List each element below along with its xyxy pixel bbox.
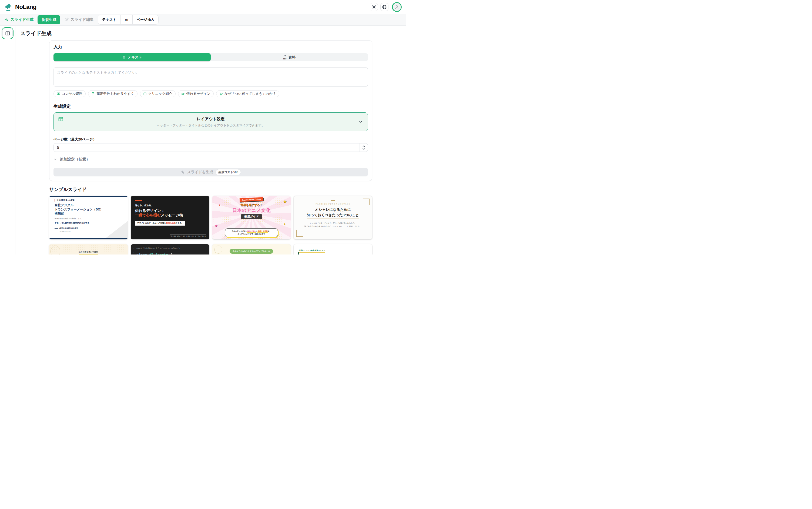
nav-slide-edit[interactable]: スライド編集	[64, 17, 94, 22]
desc-highlight-pink: 独特の魅力	[247, 230, 256, 233]
slide-title: 全社デジタル トランスフォーメーション（DX） 構想案	[55, 203, 124, 216]
desc-text: 日本のアニメが持つ	[232, 230, 247, 232]
suggestion-chips: コンサル資料 確定申告をわかりやすく	[54, 90, 368, 97]
pdf-file-icon: PDF	[283, 55, 287, 60]
sample-slide-fashion[interactable]: FASHION FUNDAMENTALS オシャレになるために 知っておくべきた…	[294, 196, 372, 239]
segment-text[interactable]: テキスト	[98, 15, 120, 24]
segment-page-insert[interactable]: ページ挿入	[132, 15, 158, 24]
sidebar-toggle-button[interactable]	[2, 28, 13, 38]
page-title: スライド生成	[20, 30, 406, 37]
slide-date: 2026年3月30日	[60, 231, 124, 233]
footer-rule	[55, 228, 58, 229]
sample-slide-dx[interactable]: 次世代製造業への変革 全社デジタル トランスフォーメーション（DX） 構想案 デ…	[49, 196, 128, 239]
code-brace: {	[170, 253, 172, 254]
text-lines-icon	[122, 56, 126, 59]
chip-impulse-buying[interactable]: なぜ「つい買ってしまう」のか？	[216, 90, 279, 97]
generation-card: 入力 テキスト	[49, 40, 372, 181]
globe-icon	[382, 5, 387, 9]
desc-text: ポップにわかりやすく紐解きます！	[238, 233, 266, 235]
sample-slide-creative[interactable]: みんなでまもろう！クリエイティブのルール まほうの筆（ふで）と	[212, 244, 291, 254]
top-header: NoLang	[0, 0, 406, 14]
generate-slides-button[interactable]: スライドを生成 生成コスト500	[54, 168, 368, 176]
layout-settings-panel[interactable]: レイアウト設定 ヘッダー・フッター・タイトルなどのレイアウトをカスタマイズできま…	[54, 112, 368, 131]
chip-consulting[interactable]: コンサル資料	[54, 90, 85, 97]
megaphone-icon	[181, 92, 185, 96]
slide-lead-strong: グローバル競争力を抜本的に強化する	[55, 222, 90, 225]
tab-material-input[interactable]: PDF 資料	[211, 53, 368, 61]
chip-clinic[interactable]: クリニック紹介	[140, 90, 176, 97]
brand-name: NoLang	[15, 3, 36, 10]
desc-highlight-orange: 多様な世界観	[257, 230, 268, 233]
toolbar: スライド生成 新規生成 スライド編集 テキスト AI ページ挿入	[0, 14, 406, 26]
chip-label: なぜ「つい買ってしまう」のか？	[224, 92, 276, 96]
slide-lead: データ駆動型経営への転換により、	[55, 217, 124, 220]
generation-cost-badge: 生成コスト500	[216, 169, 241, 175]
new-generation-button[interactable]: 新規生成	[38, 15, 60, 24]
user-avatar[interactable]	[392, 2, 402, 12]
page-count-stepper	[359, 143, 368, 151]
sparkles-icon	[4, 18, 9, 22]
layout-settings-description: ヘッダー・フッター・タイトルなどのレイアウトをカスタマイズできます。	[157, 124, 265, 128]
page-count-field	[54, 143, 368, 152]
panel-left-icon	[5, 31, 10, 36]
layout-settings-title: レイアウト設定	[197, 116, 224, 122]
slide-subtitle-band: 徹底ガイド	[241, 214, 262, 219]
nav-slide-edit-label: スライド編集	[71, 17, 94, 22]
sample-slide-teishoku[interactable]: 心とお腹を満たす場所 定食屋へようこそ	[49, 244, 128, 254]
dotted-circle-decoration	[214, 246, 222, 254]
slide-eyebrow: 次世代製造業への変革	[55, 199, 124, 202]
chip-label: クリニック紹介	[148, 92, 172, 96]
page-count-input[interactable]	[54, 143, 368, 152]
slide-title: 日本のアニメ文化	[212, 207, 291, 213]
code-import-line: import { Intelligence } from 'next-gen-s…	[136, 247, 180, 249]
brand[interactable]: NoLang	[4, 2, 36, 12]
chevron-down-icon	[362, 148, 365, 150]
slide-source-textarea[interactable]	[54, 67, 368, 87]
chip-tax-return[interactable]: 確定申告をわかりやすく	[88, 90, 138, 97]
slide-title-line1: オシャレになるために	[315, 207, 351, 211]
nav-slide-generate[interactable]: スライド生成	[4, 17, 34, 22]
segment-ai[interactable]: AI	[120, 15, 132, 24]
additional-settings-toggle[interactable]: 追加設定（任意）	[54, 157, 368, 162]
theme-toggle-button[interactable]	[370, 3, 378, 11]
stepper-up-button[interactable]	[362, 145, 365, 147]
slide-badge: Japan's Anime Culture	[240, 197, 263, 202]
presentation-board-icon	[57, 92, 60, 96]
input-section-heading: 入力	[54, 44, 368, 50]
slide-title-line2: 知っておくべきたった3つのこと	[307, 212, 359, 219]
note-post: にする。	[176, 222, 183, 224]
sample-slide-grid: 次世代製造業への変革 全社デジタル トランスフォーメーション（DX） 構想案 デ…	[49, 196, 372, 254]
sample-slide-expense[interactable]: 次世代クラウド経費精算システム 経費精算の常識を変える SmartExpense	[294, 244, 372, 254]
tab-text-input[interactable]: テキスト	[54, 53, 211, 61]
slide-subtext-line2: 誰でも今日から洗練されるためのエッセンスを、ここに凝縮しました。	[305, 225, 362, 227]
code-line-numbers: 1 2 3 4	[134, 247, 134, 254]
diamond-icon: ◆	[284, 223, 285, 225]
navy-bottom-bar	[49, 238, 128, 239]
slide-eyebrow: 心とお腹を満たす場所	[79, 251, 98, 254]
chip-design[interactable]: 伝わるデザイン	[178, 90, 214, 97]
star-icon: ★	[283, 199, 287, 203]
cart-icon	[219, 92, 223, 96]
language-button[interactable]	[380, 3, 388, 11]
chevron-up-icon	[362, 145, 365, 147]
slide-subtext-line1: センスは「才能」ではなく、正しい知識で磨かれるもの。	[310, 222, 356, 224]
code-keyword: class	[136, 253, 147, 254]
slide-title: 伝わるデザイン：	[135, 209, 165, 213]
note-accent: 最強の武器	[166, 222, 176, 224]
sample-slide-code[interactable]: 1 2 3 4 import { Intelligence } from 'ne…	[131, 244, 209, 254]
diamond-icon: ◆	[219, 204, 220, 206]
page-count-label: ページ数（最大20ページ）	[54, 137, 368, 142]
stepper-down-button[interactable]	[362, 148, 365, 150]
tab-text-label: テキスト	[128, 55, 142, 60]
additional-settings-label: 追加設定（任意）	[60, 157, 90, 162]
chevron-down-icon	[358, 120, 363, 124]
sample-slide-design[interactable]: 魅せる、伝わる。 伝わるデザイン： 一瞬で心を掴むメッセージ術 デザインの力で、…	[131, 196, 209, 239]
star-icon: ★	[215, 224, 218, 228]
slide-footer: PRESENTATION DESIGN STRATEGY	[170, 234, 206, 237]
mode-segmented-control: テキスト AI ページ挿入	[98, 15, 159, 25]
sample-slide-anime[interactable]: ★ ★ ◆ ◆ Japan's Anime Culture 世界を魅了する！ 日…	[212, 196, 291, 239]
sun-icon	[372, 5, 376, 9]
gold-corner-decoration	[296, 230, 303, 237]
gold-tick-rule	[331, 200, 335, 201]
chip-label: コンサル資料	[62, 92, 82, 96]
